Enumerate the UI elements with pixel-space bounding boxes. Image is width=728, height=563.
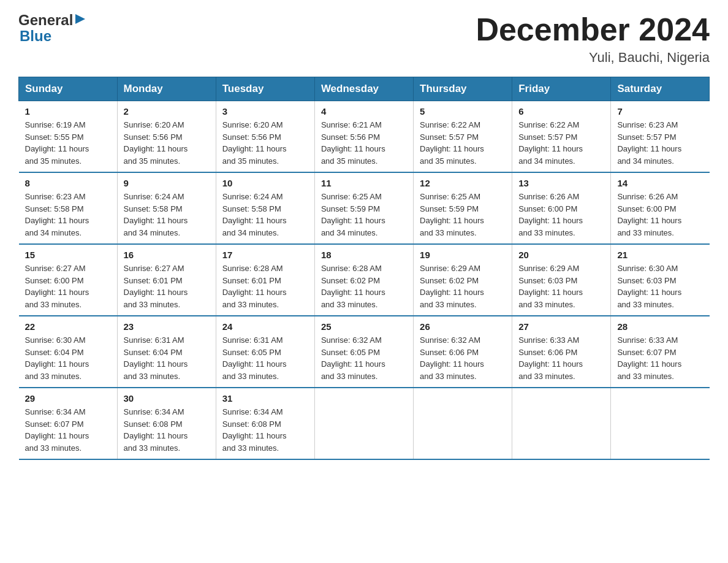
calendar-cell: 7 Sunrise: 6:23 AM Sunset: 5:57 PM Dayli… [611, 101, 710, 173]
day-info: Sunrise: 6:20 AM Sunset: 5:56 PM Dayligh… [124, 120, 188, 166]
day-info: Sunrise: 6:33 AM Sunset: 6:07 PM Dayligh… [617, 335, 681, 381]
calendar-cell: 10 Sunrise: 6:24 AM Sunset: 5:58 PM Dayl… [216, 172, 314, 244]
day-info: Sunrise: 6:31 AM Sunset: 6:05 PM Dayligh… [222, 335, 287, 381]
day-info: Sunrise: 6:26 AM Sunset: 6:00 PM Dayligh… [518, 192, 583, 237]
calendar-cell: 3 Sunrise: 6:20 AM Sunset: 5:56 PM Dayli… [216, 101, 314, 173]
calendar-cell: 27 Sunrise: 6:33 AM Sunset: 6:06 PM Dayl… [512, 316, 611, 388]
day-info: Sunrise: 6:24 AM Sunset: 5:58 PM Dayligh… [222, 192, 287, 237]
calendar-week-row: 22 Sunrise: 6:30 AM Sunset: 6:04 PM Dayl… [19, 316, 710, 388]
calendar-cell: 9 Sunrise: 6:24 AM Sunset: 5:58 PM Dayli… [117, 172, 216, 244]
calendar-cell: 18 Sunrise: 6:28 AM Sunset: 6:02 PM Dayl… [314, 244, 413, 316]
day-number: 22 [25, 321, 111, 332]
day-info: Sunrise: 6:28 AM Sunset: 6:01 PM Dayligh… [222, 264, 287, 309]
calendar-cell [414, 388, 512, 459]
calendar-cell: 6 Sunrise: 6:22 AM Sunset: 5:57 PM Dayli… [512, 101, 611, 173]
day-number: 8 [25, 178, 111, 188]
calendar-header-row: SundayMondayTuesdayWednesdayThursdayFrid… [19, 77, 710, 101]
svg-marker-0 [75, 14, 85, 24]
day-info: Sunrise: 6:31 AM Sunset: 6:04 PM Dayligh… [124, 335, 188, 381]
day-info: Sunrise: 6:34 AM Sunset: 6:08 PM Dayligh… [124, 407, 188, 453]
calendar-cell: 4 Sunrise: 6:21 AM Sunset: 5:56 PM Dayli… [314, 101, 413, 173]
calendar-cell: 12 Sunrise: 6:25 AM Sunset: 5:59 PM Dayl… [414, 172, 512, 244]
logo-blue-text: Blue [20, 28, 86, 44]
day-info: Sunrise: 6:20 AM Sunset: 5:56 PM Dayligh… [222, 120, 287, 166]
calendar-cell: 2 Sunrise: 6:20 AM Sunset: 5:56 PM Dayli… [117, 101, 216, 173]
day-info: Sunrise: 6:22 AM Sunset: 5:57 PM Dayligh… [420, 120, 484, 166]
day-info: Sunrise: 6:30 AM Sunset: 6:04 PM Dayligh… [25, 335, 89, 381]
day-number: 4 [321, 106, 407, 117]
calendar-cell: 26 Sunrise: 6:32 AM Sunset: 6:06 PM Dayl… [414, 316, 512, 388]
calendar-cell: 31 Sunrise: 6:34 AM Sunset: 6:08 PM Dayl… [216, 388, 314, 459]
calendar-cell [512, 388, 611, 459]
day-number: 11 [321, 178, 407, 188]
calendar-week-row: 29 Sunrise: 6:34 AM Sunset: 6:07 PM Dayl… [19, 388, 710, 459]
day-number: 19 [420, 250, 506, 260]
day-number: 21 [617, 250, 703, 260]
day-number: 26 [420, 321, 506, 332]
header-sunday: Sunday [19, 77, 118, 101]
day-number: 2 [124, 106, 210, 117]
day-number: 25 [321, 321, 407, 332]
calendar-cell: 13 Sunrise: 6:26 AM Sunset: 6:00 PM Dayl… [512, 172, 611, 244]
calendar-cell: 17 Sunrise: 6:28 AM Sunset: 6:01 PM Dayl… [216, 244, 314, 316]
day-info: Sunrise: 6:23 AM Sunset: 5:57 PM Dayligh… [617, 120, 681, 166]
day-info: Sunrise: 6:33 AM Sunset: 6:06 PM Dayligh… [518, 335, 583, 381]
day-info: Sunrise: 6:28 AM Sunset: 6:02 PM Dayligh… [321, 264, 385, 309]
day-info: Sunrise: 6:32 AM Sunset: 6:06 PM Dayligh… [420, 335, 484, 381]
calendar-cell: 21 Sunrise: 6:30 AM Sunset: 6:03 PM Dayl… [611, 244, 710, 316]
calendar-cell: 15 Sunrise: 6:27 AM Sunset: 6:00 PM Dayl… [19, 244, 118, 316]
calendar-cell: 5 Sunrise: 6:22 AM Sunset: 5:57 PM Dayli… [414, 101, 512, 173]
day-number: 27 [518, 321, 604, 332]
day-info: Sunrise: 6:25 AM Sunset: 5:59 PM Dayligh… [321, 192, 385, 237]
day-info: Sunrise: 6:34 AM Sunset: 6:07 PM Dayligh… [25, 407, 89, 453]
day-number: 30 [124, 393, 210, 404]
calendar-cell: 29 Sunrise: 6:34 AM Sunset: 6:07 PM Dayl… [19, 388, 118, 459]
calendar-cell: 16 Sunrise: 6:27 AM Sunset: 6:01 PM Dayl… [117, 244, 216, 316]
day-number: 3 [222, 106, 308, 117]
header-tuesday: Tuesday [216, 77, 314, 101]
logo-arrow-icon [74, 12, 86, 28]
day-info: Sunrise: 6:19 AM Sunset: 5:55 PM Dayligh… [25, 120, 89, 166]
calendar-cell: 22 Sunrise: 6:30 AM Sunset: 6:04 PM Dayl… [19, 316, 118, 388]
day-number: 12 [420, 178, 506, 188]
header-saturday: Saturday [611, 77, 710, 101]
calendar-cell [314, 388, 413, 459]
day-info: Sunrise: 6:29 AM Sunset: 6:02 PM Dayligh… [420, 264, 484, 309]
day-number: 14 [617, 178, 703, 188]
day-number: 9 [124, 178, 210, 188]
day-info: Sunrise: 6:24 AM Sunset: 5:58 PM Dayligh… [124, 192, 188, 237]
day-number: 16 [124, 250, 210, 260]
calendar-cell: 14 Sunrise: 6:26 AM Sunset: 6:00 PM Dayl… [611, 172, 710, 244]
calendar-cell: 19 Sunrise: 6:29 AM Sunset: 6:02 PM Dayl… [414, 244, 512, 316]
calendar-cell: 28 Sunrise: 6:33 AM Sunset: 6:07 PM Dayl… [611, 316, 710, 388]
day-number: 29 [25, 393, 111, 404]
day-number: 20 [518, 250, 604, 260]
day-info: Sunrise: 6:27 AM Sunset: 6:01 PM Dayligh… [124, 264, 188, 309]
day-info: Sunrise: 6:26 AM Sunset: 6:00 PM Dayligh… [617, 192, 681, 237]
day-number: 24 [222, 321, 308, 332]
day-number: 15 [25, 250, 111, 260]
day-info: Sunrise: 6:25 AM Sunset: 5:59 PM Dayligh… [420, 192, 484, 237]
calendar-week-row: 15 Sunrise: 6:27 AM Sunset: 6:00 PM Dayl… [19, 244, 710, 316]
title-block: December 2024 Yuli, Bauchi, Nigeria [476, 12, 710, 66]
calendar-cell [611, 388, 710, 459]
location-title: Yuli, Bauchi, Nigeria [476, 50, 710, 66]
day-number: 18 [321, 250, 407, 260]
header-friday: Friday [512, 77, 611, 101]
day-number: 28 [617, 321, 703, 332]
day-info: Sunrise: 6:32 AM Sunset: 6:05 PM Dayligh… [321, 335, 385, 381]
month-title: December 2024 [476, 12, 710, 47]
header-thursday: Thursday [414, 77, 512, 101]
day-info: Sunrise: 6:29 AM Sunset: 6:03 PM Dayligh… [518, 264, 583, 309]
day-number: 17 [222, 250, 308, 260]
calendar-cell: 11 Sunrise: 6:25 AM Sunset: 5:59 PM Dayl… [314, 172, 413, 244]
calendar-cell: 20 Sunrise: 6:29 AM Sunset: 6:03 PM Dayl… [512, 244, 611, 316]
day-info: Sunrise: 6:34 AM Sunset: 6:08 PM Dayligh… [222, 407, 287, 453]
calendar-cell: 25 Sunrise: 6:32 AM Sunset: 6:05 PM Dayl… [314, 316, 413, 388]
page-header: General Blue December 2024 Yuli, Bauchi,… [18, 12, 710, 66]
day-info: Sunrise: 6:22 AM Sunset: 5:57 PM Dayligh… [518, 120, 583, 166]
calendar-table: SundayMondayTuesdayWednesdayThursdayFrid… [18, 77, 710, 460]
calendar-week-row: 1 Sunrise: 6:19 AM Sunset: 5:55 PM Dayli… [19, 101, 710, 173]
day-info: Sunrise: 6:21 AM Sunset: 5:56 PM Dayligh… [321, 120, 385, 166]
day-number: 10 [222, 178, 308, 188]
